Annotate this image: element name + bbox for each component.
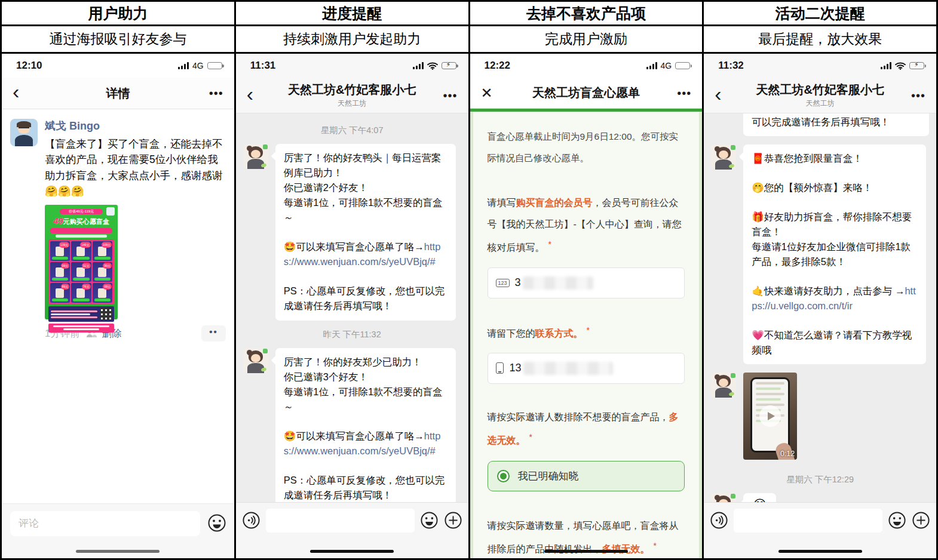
home-indicator[interactable] bbox=[544, 550, 628, 553]
emoji-icon[interactable] bbox=[888, 511, 906, 530]
back-icon[interactable]: ‹ bbox=[715, 84, 721, 104]
form-intro: 盲盒心愿单截止时间为9月6日12:00。您可按实际情况自己修改心愿单。 bbox=[488, 126, 685, 168]
avatar[interactable] bbox=[10, 119, 38, 146]
column-user-boost: 用户助力 通过海报吸引好友参与 12:10 4G ‹ 详情 ••• bbox=[2, 2, 234, 558]
avatar[interactable] bbox=[243, 348, 268, 373]
wifi-icon bbox=[427, 62, 438, 70]
network-label: 4G bbox=[661, 61, 672, 70]
chat-timestamp: 星期六 下午12:29 bbox=[711, 474, 929, 485]
chat-input[interactable] bbox=[266, 509, 415, 533]
poster-product: 99元 bbox=[93, 262, 112, 282]
message-bubble: 厉害了！你的好友鸭头｜每日运营案例库已助力！ 你已邀请2个好友！ 每邀请1位，可… bbox=[275, 144, 456, 321]
column-title: 用户助力 bbox=[2, 2, 234, 26]
poster-banner bbox=[50, 228, 112, 233]
question-exclude: 请按实际邀请人数排除不想要的盲盒产品，多选无效。* bbox=[488, 407, 685, 451]
column-subtitle: 最后提醒，放大效果 bbox=[704, 26, 936, 54]
poster-price-badge: 价值49元-119元 bbox=[60, 209, 103, 214]
plus-icon[interactable] bbox=[444, 511, 462, 530]
column-title: 进度提醒 bbox=[236, 2, 468, 26]
chat-message: 厉害了！你的好友鸭头｜每日运营案例库已助力！ 你已邀请2个好友！ 每邀请1位，可… bbox=[243, 144, 461, 321]
qr-code bbox=[100, 308, 112, 320]
play-icon[interactable] bbox=[759, 405, 781, 427]
battery-charging-icon: ⚡ bbox=[442, 62, 456, 69]
home-indicator[interactable] bbox=[310, 550, 394, 553]
avatar[interactable] bbox=[711, 144, 736, 170]
chat-title: 天然工坊&竹妃客服小七 bbox=[756, 82, 884, 98]
signal-icon bbox=[178, 62, 189, 69]
comment-dots-button[interactable]: •• bbox=[201, 325, 226, 341]
signal-icon bbox=[646, 62, 657, 69]
question-member-id: 请填写购买盲盒的会员号，会员号可前往公众号【我的天然工坊】-【个人中心】查询，请… bbox=[488, 192, 685, 259]
chat-title: 天然工坊&竹妃客服小七 bbox=[288, 82, 416, 98]
close-icon[interactable]: ✕ bbox=[481, 85, 493, 101]
post-author[interactable]: 斌戈 Bingo bbox=[45, 119, 226, 133]
emoji-icon[interactable] bbox=[207, 513, 226, 532]
battery-icon bbox=[207, 62, 222, 69]
voice-icon[interactable] bbox=[710, 511, 728, 530]
required-asterisk: * bbox=[587, 325, 590, 335]
message-bubble-partial: 可以完成邀请任务后再填写哦！ bbox=[743, 113, 929, 136]
wifi-icon bbox=[895, 62, 906, 70]
tutorial-video-thumbnail[interactable]: 0:12 bbox=[743, 373, 797, 460]
status-time: 12:22 bbox=[485, 60, 510, 72]
voice-icon[interactable] bbox=[242, 511, 260, 530]
column-progress-reminder: 进度提醒 持续刺激用户发起助力 11:31 ⚡ ‹ 天然工坊&竹妃客服小七 天然… bbox=[236, 2, 468, 558]
home-indicator[interactable] bbox=[76, 550, 160, 553]
status-bar: 12:22 4G bbox=[470, 54, 703, 78]
nav-bar: ‹ 天然工坊&竹妃客服小七 天然工坊 ••• bbox=[236, 78, 468, 113]
message-bubble: 🧧恭喜您抢到限量盲盒！ 🤭您的【额外惊喜】来咯！ 🎁好友助力拆盲盒，帮你排除不想… bbox=[743, 144, 926, 364]
more-icon[interactable]: ••• bbox=[209, 87, 223, 100]
poster-subbanner bbox=[56, 235, 107, 238]
message-bubble: 厉害了！你的好友郑少已助力！ 你已邀请3个好友！ 每邀请1位，可排除1款不想要的… bbox=[275, 348, 456, 509]
more-icon[interactable]: ••• bbox=[911, 88, 925, 102]
chat-input[interactable] bbox=[734, 509, 882, 533]
member-id-input[interactable]: 123 3 bbox=[488, 267, 685, 299]
column-title: 去掉不喜欢产品项 bbox=[470, 2, 703, 26]
chat-timestamp: 昨天 下午11:32 bbox=[243, 329, 461, 340]
acknowledge-option[interactable]: 我已明确知晓 bbox=[488, 461, 685, 491]
back-icon[interactable]: ‹ bbox=[13, 81, 19, 101]
chat-timestamp: 星期六 下午4:07 bbox=[243, 125, 461, 136]
phone-chat-progress: 11:31 ⚡ ‹ 天然工坊&竹妃客服小七 天然工坊 ••• 星期六 下午4:0… bbox=[236, 54, 468, 558]
status-bar: 12:10 4G bbox=[2, 54, 234, 78]
required-asterisk: * bbox=[529, 432, 532, 442]
required-asterisk: * bbox=[654, 541, 657, 550]
more-icon[interactable]: ••• bbox=[677, 86, 691, 100]
chat-subtitle: 天然工坊 bbox=[806, 99, 835, 109]
page-title: 详情 bbox=[106, 85, 130, 101]
required-asterisk: * bbox=[548, 239, 551, 249]
comment-input[interactable] bbox=[10, 511, 200, 536]
poster-product-grid: 139元 149元 109元 99元 92元 99元 89元 76元 69元 bbox=[48, 239, 114, 304]
plus-icon[interactable] bbox=[912, 511, 930, 530]
column-second-reminder: 活动二次提醒 最后提醒，放大效果 11:32 ⚡ ‹ 天然工坊&竹妃客服小七 天… bbox=[704, 2, 936, 558]
network-label: 4G bbox=[192, 61, 204, 70]
avatar[interactable] bbox=[243, 144, 268, 169]
column-subtitle: 持续刺激用户发起助力 bbox=[236, 26, 468, 54]
poster-product: 69元 bbox=[93, 283, 112, 303]
poster-product: 139元 bbox=[50, 241, 70, 261]
avatar[interactable] bbox=[711, 373, 736, 398]
contact-input[interactable]: 13 bbox=[488, 353, 685, 384]
chat-subtitle: 天然工坊 bbox=[338, 99, 366, 109]
battery-icon bbox=[675, 62, 690, 69]
video-duration: 0:12 bbox=[780, 450, 795, 458]
emoji-icon[interactable] bbox=[420, 511, 439, 530]
more-icon[interactable]: ••• bbox=[443, 88, 457, 102]
home-indicator[interactable] bbox=[778, 550, 862, 553]
form-page: 盲盒心愿单截止时间为9月6日12:00。您可按实际情况自己修改心愿单。 请填写购… bbox=[470, 112, 703, 558]
blindbox-poster-image[interactable]: 价值49元-119元 49元购买心愿盲盒 139元 149元 109元 99元 … bbox=[45, 205, 118, 319]
member-id-value: 3 bbox=[515, 276, 521, 289]
phone-chat-reminder: 11:32 ⚡ ‹ 天然工坊&竹妃客服小七 天然工坊 ••• 可以完成邀请任务后… bbox=[704, 54, 936, 558]
numeric-keyboard-icon: 123 bbox=[496, 279, 510, 287]
back-icon[interactable]: ‹ bbox=[247, 84, 253, 104]
poster-product: 76元 bbox=[71, 283, 91, 303]
status-time: 11:31 bbox=[250, 60, 276, 72]
column-title: 活动二次提醒 bbox=[704, 2, 936, 26]
chat-message-video: 0:12 bbox=[711, 373, 929, 460]
form-title: 天然工坊盲盒心愿单 bbox=[532, 85, 640, 101]
phone-wishlist-form: 12:22 4G ✕ 天然工坊盲盒心愿单 ••• 盲盒心愿单截止时间为9月6日1… bbox=[470, 54, 703, 558]
poster-product: 89元 bbox=[50, 283, 70, 303]
poster-product: 99元 bbox=[50, 262, 70, 282]
comparison-table: 用户助力 通过海报吸引好友参与 12:10 4G ‹ 详情 ••• bbox=[0, 0, 938, 560]
nav-bar: ✕ 天然工坊盲盒心愿单 ••• bbox=[470, 78, 703, 109]
